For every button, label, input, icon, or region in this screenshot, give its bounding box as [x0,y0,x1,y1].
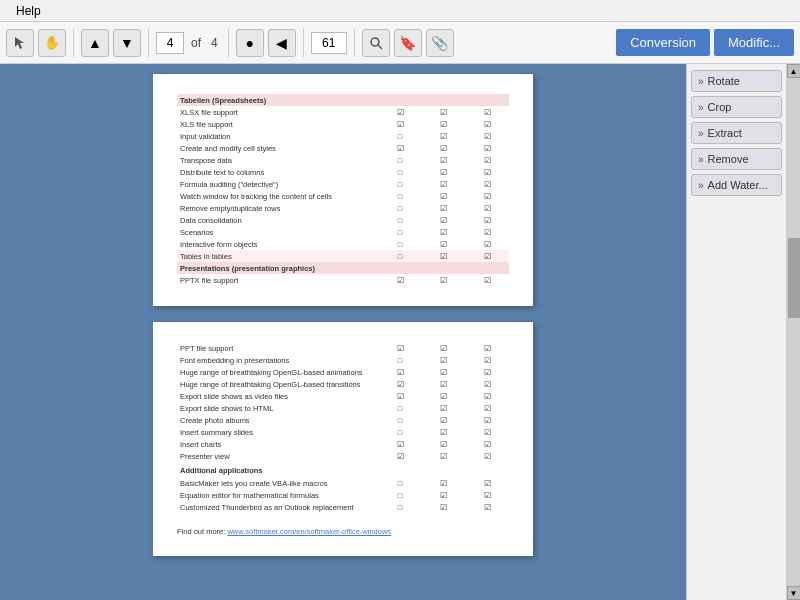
sep2 [148,29,149,57]
rotate-button[interactable]: » Rotate [691,70,782,92]
vertical-scrollbar[interactable]: ▲ ▼ [786,64,800,600]
section-header-presentations: Presentations (presentation graphics) [177,262,509,274]
find-more-label: Find out more: [177,527,225,536]
document-page-1: Tabellen (Spreadsheets) XLSX file suppor… [153,74,533,306]
feature-name: XLS file support [177,118,378,130]
menu-bar: Help [0,0,800,22]
table-row: PPTX file support ☑ ☑ ☑ [177,274,509,286]
table-row: Insert summary slides □ ☑ ☑ [177,426,509,438]
sep1 [73,29,74,57]
section-header-additional: Additional applications [177,462,509,477]
scroll-down-button[interactable]: ▼ [787,586,801,600]
search-button[interactable] [362,29,390,57]
check-col-2: ☑ [422,106,466,118]
table-row: Equation editor for mathematical formula… [177,489,509,501]
table-row: Data consolidation □ ☑ ☑ [177,214,509,226]
check-col-1: ☑ [378,106,422,118]
section-header-spreadsheets: Tabellen (Spreadsheets) [177,94,509,106]
feature-name: Insert summary slides [177,426,378,438]
extract-label: Extract [708,127,742,139]
add-water-arrow-icon: » [698,180,704,191]
feature-name: PPTX file support [177,274,378,286]
sep3 [228,29,229,57]
table-row: Watch window for tracking the content of… [177,190,509,202]
feature-name: Equation editor for mathematical formula… [177,489,378,501]
first-page-button[interactable]: ▲ [81,29,109,57]
sep4 [303,29,304,57]
scroll-thumb[interactable] [788,238,800,318]
table-row: Customized Thunderbird as an Outlook rep… [177,501,509,513]
table-row: PPT file support ☑ ☑ ☑ [177,342,509,354]
feature-name: PPT file support [177,342,378,354]
play-button[interactable]: ● [236,29,264,57]
conversion-button[interactable]: Conversion [616,29,710,56]
table-row: Formula auditing ("detective") □ ☑ ☑ [177,178,509,190]
select-tool-button[interactable] [6,29,34,57]
toolbar: ✋ ▲ ▼ of 4 ● ◀ 🔖 📎 Conversion Modific... [0,22,800,64]
prev-page-button[interactable]: ▼ [113,29,141,57]
page-number-input[interactable] [156,32,184,54]
check-col-3: ☑ [465,106,509,118]
rotate-arrow-icon: » [698,76,704,87]
table-row: Transpose data □ ☑ ☑ [177,154,509,166]
feature-name: Export slide shows as video files [177,390,378,402]
feature-name: Export slide shows to HTML [177,402,378,414]
feature-name: Transpose data [177,154,378,166]
crop-arrow-icon: » [698,102,704,113]
svg-line-2 [378,45,382,49]
table-row: Export slide shows as video files ☑ ☑ ☑ [177,390,509,402]
remove-arrow-icon: » [698,154,704,165]
feature-name: Insert charts [177,438,378,450]
table-row: Scenarios □ ☑ ☑ [177,226,509,238]
crop-button[interactable]: » Crop [691,96,782,118]
feature-name: Scenarios [177,226,378,238]
bookmark-button[interactable]: 🔖 [394,29,422,57]
feature-name: BasicMaker lets you create VBA-like macr… [177,477,378,489]
table-row: Export slide shows to HTML □ ☑ ☑ [177,402,509,414]
menu-item-help[interactable]: Help [8,2,49,20]
extract-button[interactable]: » Extract [691,122,782,144]
remove-label: Remove [708,153,749,165]
feature-name: Input validation [177,130,378,142]
back-button[interactable]: ◀ [268,29,296,57]
add-watermark-button[interactable]: » Add Water... [691,174,782,196]
page-total-label: 4 [211,36,218,50]
find-more-section: Find out more: www.softmaker.com/en/soft… [177,527,509,536]
feature-name: XLSX file support [177,106,378,118]
document-area[interactable]: Tabellen (Spreadsheets) XLSX file suppor… [0,64,686,600]
crop-label: Crop [708,101,732,113]
svg-marker-0 [15,37,24,49]
feature-name: Tables in tables [177,250,378,262]
right-sidebar: » Rotate » Crop » Extract » Remove » Add… [686,64,786,600]
feature-name: Font embedding in presentations [177,354,378,366]
document-page-2: PPT file support ☑ ☑ ☑ Font embedding in… [153,322,533,556]
feature-name: Create and modify cell styles [177,142,378,154]
table-row: Presenter view ☑ ☑ ☑ [177,450,509,462]
hand-tool-button[interactable]: ✋ [38,29,66,57]
modify-button[interactable]: Modific... [714,29,794,56]
remove-button[interactable]: » Remove [691,148,782,170]
svg-point-1 [371,38,379,46]
table-row: Huge range of breathtaking OpenGL-based … [177,366,509,378]
scroll-track[interactable] [787,78,801,586]
feature-name: Data consolidation [177,214,378,226]
paperclip-button[interactable]: 📎 [426,29,454,57]
feature-name: Huge range of breathtaking OpenGL-based … [177,366,378,378]
feature-name: Presenter view [177,450,378,462]
feature-name: Remove empty/duplicate rows [177,202,378,214]
table-row: Tables in tables □ ☑ ☑ [177,250,509,262]
find-more-link[interactable]: www.softmaker.com/en/softmaker-office-wi… [227,527,391,536]
table-row: Interactive form objects □ ☑ ☑ [177,238,509,250]
scroll-up-button[interactable]: ▲ [787,64,801,78]
feature-name: Watch window for tracking the content of… [177,190,378,202]
feature-name: Formula auditing ("detective") [177,178,378,190]
feature-name: Customized Thunderbird as an Outlook rep… [177,501,378,513]
table-row: XLS file support ☑ ☑ ☑ [177,118,509,130]
feature-name: Interactive form objects [177,238,378,250]
table-row: Huge range of breathtaking OpenGL-based … [177,378,509,390]
table-row: Distribute text to columns □ ☑ ☑ [177,166,509,178]
table-row: Create photo albums □ ☑ ☑ [177,414,509,426]
jump-page-input[interactable] [311,32,347,54]
feature-name: Create photo albums [177,414,378,426]
feature-table-1: Tabellen (Spreadsheets) XLSX file suppor… [177,94,509,286]
